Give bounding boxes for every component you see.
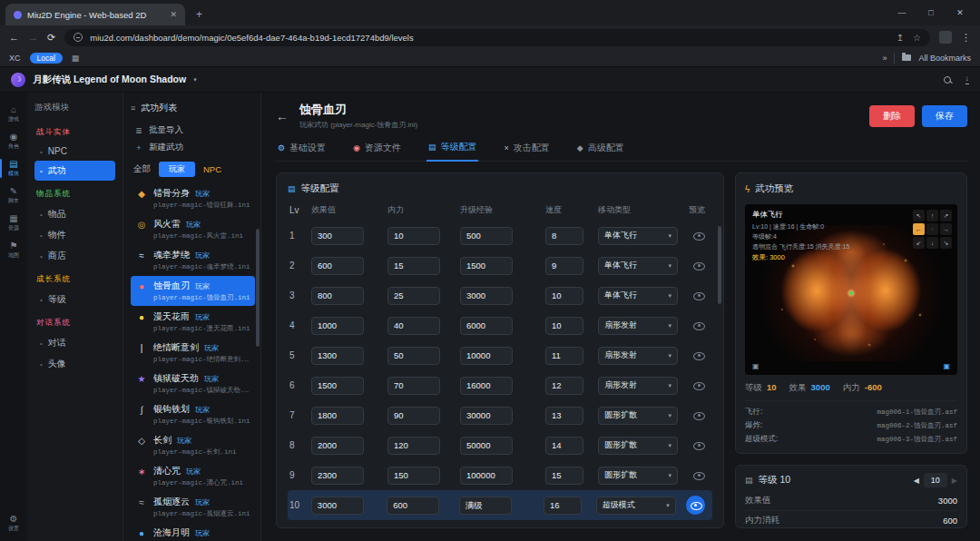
scrollbar-thumb[interactable]	[718, 226, 721, 304]
scrollbar-thumb[interactable]	[256, 229, 260, 347]
arrow-up-right-icon[interactable]: ↗	[940, 210, 952, 221]
effect-input[interactable]	[311, 347, 364, 365]
center-dot-icon[interactable]: ·	[926, 223, 938, 235]
move-type-select[interactable]: 单体飞行▾	[598, 287, 678, 305]
rail-item-asset[interactable]: ▦资源	[0, 211, 27, 235]
batch-import-button[interactable]: ≣批量导入	[131, 122, 255, 139]
speed-input[interactable]	[545, 377, 583, 395]
move-type-select[interactable]: 单体飞行▾	[598, 257, 678, 275]
preview-eye-icon[interactable]	[692, 440, 705, 451]
sidebar-item-object[interactable]: 物件	[34, 225, 115, 245]
arrow-down-left-icon[interactable]: ↙	[913, 237, 925, 249]
preview-eye-icon[interactable]	[692, 350, 705, 361]
preview-eye-icon[interactable]	[692, 290, 705, 301]
filter-all[interactable]: 全部	[133, 163, 151, 175]
exp-input[interactable]	[460, 227, 513, 245]
sidebar-item-dialog[interactable]: 对话	[34, 333, 115, 353]
tab-advanced-config[interactable]: ◆高级配置	[575, 141, 626, 161]
level-pager-value[interactable]: 10	[924, 473, 947, 487]
mp-input[interactable]	[387, 257, 440, 275]
rail-item-role[interactable]: ◉角色	[0, 129, 27, 153]
magic-list-item[interactable]: ∗清心咒玩家player-magic-清心咒.ini	[131, 461, 255, 491]
move-type-select[interactable]: 圆形扩散▾	[598, 407, 678, 425]
preview-eye-icon[interactable]	[692, 231, 705, 241]
search-icon[interactable]	[944, 76, 951, 84]
window-minimize-button[interactable]: —	[887, 8, 916, 17]
move-type-select[interactable]: 扇形发射▾	[598, 317, 678, 335]
new-tab-button[interactable]: +	[196, 9, 202, 20]
rail-item-script[interactable]: ✎脚本	[0, 183, 27, 208]
move-type-select[interactable]: 圆形扩散▾	[598, 467, 678, 485]
download-icon[interactable]: ↓	[965, 74, 970, 84]
speed-input[interactable]	[545, 347, 583, 365]
arrow-right-icon[interactable]: →	[940, 223, 952, 235]
exp-input[interactable]	[460, 407, 513, 425]
effect-input[interactable]	[311, 407, 364, 425]
effect-input[interactable]	[311, 377, 364, 395]
share-icon[interactable]: ↥	[897, 33, 904, 43]
preview-canvas[interactable]: 单体飞行 Lv:10 | 速度:16 | 生命帧:0 等级帧:4 透明混合 飞行…	[745, 204, 957, 375]
magic-list-item-selected[interactable]: ●蚀骨血刃玩家player-magic-蚀骨血刃.ini	[131, 276, 255, 306]
back-button[interactable]: ←	[276, 109, 289, 123]
rail-item-map[interactable]: ⚑地图	[0, 238, 27, 262]
prev-level-button[interactable]: ◀	[914, 477, 919, 485]
rail-item-settings[interactable]: ⚙设置	[0, 511, 27, 536]
arrow-up-icon[interactable]: ↑	[926, 210, 938, 221]
mp-input[interactable]	[387, 497, 439, 515]
sidebar-item-shop[interactable]: 商店	[34, 246, 115, 266]
sidebar-item-avatar[interactable]: 头像	[34, 354, 115, 374]
next-level-button[interactable]: ▶	[952, 477, 957, 485]
speed-input[interactable]	[545, 407, 583, 425]
move-type-select[interactable]: 超级模式▾	[596, 497, 676, 515]
preview-eye-icon[interactable]	[692, 320, 705, 331]
tab-basic-settings[interactable]: ⚙基础设置	[276, 141, 328, 161]
arrow-up-left-icon[interactable]: ↖	[913, 210, 925, 221]
preview-eye-icon[interactable]	[692, 380, 705, 391]
tab-close-icon[interactable]: ✕	[170, 10, 177, 19]
app-logo[interactable]: ☽	[11, 73, 25, 87]
exp-input[interactable]	[460, 257, 513, 275]
bookmarks-overflow-icon[interactable]: »	[882, 54, 887, 63]
bookmark-star-icon[interactable]: ☆	[913, 33, 921, 43]
speed-input[interactable]	[545, 317, 583, 335]
arrow-down-right-icon[interactable]: ↘	[940, 237, 952, 249]
magic-list-item[interactable]: ∫银钩铁划玩家player-magic-银钩铁划.ini	[131, 399, 255, 429]
exp-input[interactable]	[459, 497, 512, 515]
bookmark-item-local[interactable]: Local	[30, 53, 63, 64]
all-bookmarks-button[interactable]: All Bookmarks	[918, 54, 971, 63]
magic-list-item[interactable]: ≈孤烟逐云玩家player-magic-孤烟逐云.ini	[131, 492, 255, 522]
effect-input[interactable]	[311, 287, 364, 305]
filter-npc[interactable]: NPC	[203, 164, 221, 174]
address-bar[interactable]: miu2d.com/dashboard/demo/magic/0e5ef6d4-…	[64, 29, 930, 46]
layers-icon[interactable]: ▣	[943, 362, 950, 370]
exp-input[interactable]	[460, 287, 513, 305]
site-info-icon[interactable]	[74, 33, 83, 42]
preview-eye-icon[interactable]	[692, 470, 705, 481]
rail-item-game[interactable]: ⌂游戏	[0, 102, 27, 126]
mp-input[interactable]	[387, 227, 440, 245]
effect-input[interactable]	[311, 467, 364, 485]
tab-attack-config[interactable]: ×攻击配置	[502, 141, 551, 161]
speed-input[interactable]	[545, 287, 583, 305]
arrow-left-icon[interactable]: ←	[913, 223, 925, 235]
sidebar-item-level[interactable]: 等级	[34, 290, 115, 310]
move-type-select[interactable]: 扇形发射▾	[598, 377, 678, 395]
filter-player[interactable]: 玩家	[159, 162, 195, 177]
refresh-icon[interactable]: ⟳	[47, 32, 55, 44]
speed-input[interactable]	[545, 437, 583, 455]
delete-button[interactable]: 删除	[869, 105, 915, 127]
tab-resource-files[interactable]: ◉资源文件	[351, 141, 403, 161]
bookmark-grid-icon[interactable]: ▦	[72, 54, 80, 63]
preview-eye-icon[interactable]	[692, 410, 705, 421]
magic-list-item[interactable]: ★镇狱破天劲玩家player-magic-镇狱破天劲.ini	[131, 369, 255, 398]
mp-input[interactable]	[387, 407, 440, 425]
mp-input[interactable]	[387, 287, 440, 305]
move-type-select[interactable]: 扇形发射▾	[598, 347, 678, 365]
speed-input[interactable]	[545, 467, 583, 485]
arrow-down-icon[interactable]: ↓	[926, 237, 938, 249]
profile-avatar[interactable]	[939, 31, 952, 44]
magic-list-item[interactable]: ◆错骨分身玩家player-magic-错骨狂舞.ini	[131, 183, 255, 213]
exp-input[interactable]	[460, 347, 513, 365]
exp-input[interactable]	[460, 467, 513, 485]
window-maximize-button[interactable]: □	[916, 8, 946, 17]
